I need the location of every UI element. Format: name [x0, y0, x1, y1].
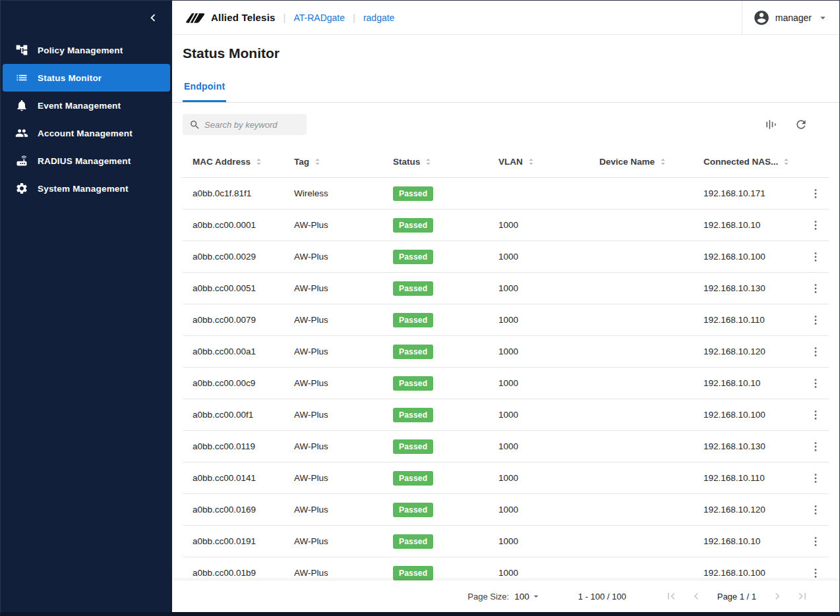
row-actions-button[interactable] — [808, 439, 824, 455]
cell-actions — [808, 534, 829, 549]
cell-mac-address: a0bb.cc00.00a1 — [193, 347, 294, 356]
page-size-select[interactable]: 100 — [514, 591, 541, 602]
cell-mac-address: a0bb.cc00.0079 — [193, 315, 294, 325]
column-header-label: VLAN — [498, 157, 523, 167]
toolbar-icons — [763, 117, 809, 132]
endpoint-table: MAC Address Tag Status VLAN Device Name … — [172, 146, 839, 580]
row-actions-button[interactable] — [808, 249, 824, 265]
status-badge: Passed — [393, 250, 433, 264]
page-title: Status Monitor — [183, 45, 280, 61]
row-actions-button[interactable] — [808, 407, 824, 423]
cell-tag: AW-Plus — [294, 347, 393, 356]
sidebar-item-event-management[interactable]: Event Management — [3, 92, 170, 119]
cell-status: Passed — [393, 313, 498, 327]
cell-connected-nas: 192.168.10.171 — [704, 188, 808, 198]
cell-status: Passed — [393, 566, 498, 580]
table-row: a0bb.cc00.00a1 AW-Plus Passed 1000 192.1… — [183, 336, 829, 368]
column-header-device-name[interactable]: Device Name — [599, 157, 704, 167]
refresh-button[interactable] — [793, 117, 809, 132]
cell-actions — [808, 407, 829, 423]
user-menu[interactable]: manager — [742, 1, 839, 34]
sidebar-collapse-button[interactable] — [143, 8, 163, 28]
table-row: a0bb.cc00.0169 AW-Plus Passed 1000 192.1… — [183, 494, 829, 526]
column-header-label: Tag — [294, 157, 309, 167]
row-actions-button[interactable] — [808, 217, 824, 233]
app-window: Policy Management Status Monitor Event M… — [0, 0, 840, 616]
cell-actions — [808, 281, 829, 296]
chevron-left-icon — [146, 11, 160, 25]
cell-mac-address: a0bb.cc00.0029 — [193, 252, 294, 262]
column-settings-button[interactable] — [763, 117, 779, 132]
sidebar-item-account-management[interactable]: Account Management — [3, 119, 170, 147]
kebab-menu-icon — [809, 408, 822, 422]
cell-status: Passed — [393, 186, 498, 201]
sidebar-item-radius-management[interactable]: RADIUS Management — [3, 147, 170, 175]
search-box — [183, 114, 307, 135]
kebab-menu-icon — [809, 377, 822, 390]
next-page-button[interactable] — [769, 588, 785, 604]
row-actions-button[interactable] — [808, 565, 824, 581]
columns-icon — [764, 118, 777, 131]
chevron-down-icon — [531, 591, 541, 602]
column-header-mac-address[interactable]: MAC Address — [193, 157, 294, 167]
sort-icon — [526, 157, 536, 167]
gear-icon — [15, 182, 28, 195]
sidebar-nav: Policy Management Status Monitor Event M… — [1, 35, 172, 202]
cell-actions — [808, 439, 829, 455]
sidebar-item-status-monitor[interactable]: Status Monitor — [3, 64, 170, 92]
cell-mac-address: a0bb.cc00.01b9 — [193, 568, 294, 578]
cell-tag: Wireless — [294, 188, 393, 198]
cell-actions — [808, 502, 829, 518]
cell-vlan: 1000 — [498, 378, 599, 388]
column-header-status[interactable]: Status — [393, 157, 498, 167]
row-actions-button[interactable] — [808, 502, 824, 518]
breadcrumb-host[interactable]: radgate — [363, 13, 394, 23]
cell-status: Passed — [393, 503, 498, 517]
chevron-left-icon — [690, 590, 703, 603]
cell-connected-nas: 192.168.10.130 — [704, 283, 808, 293]
column-header-connected-nas[interactable]: Connected NAS... — [704, 157, 808, 167]
cell-mac-address: a0bb.cc00.00f1 — [193, 410, 294, 420]
page-size-value: 100 — [514, 592, 529, 602]
cell-mac-address: a0bb.cc00.0141 — [193, 473, 294, 483]
allied-telesis-logo-icon — [183, 11, 206, 24]
page-size-group: Page Size: 100 — [467, 591, 541, 602]
column-header-tag[interactable]: Tag — [294, 157, 393, 167]
cell-connected-nas: 192.168.10.120 — [704, 347, 808, 356]
status-badge: Passed — [393, 408, 433, 422]
kebab-menu-icon — [809, 345, 822, 358]
sidebar-item-system-management[interactable]: System Management — [3, 175, 170, 202]
cell-mac-address: a0bb.cc00.0169 — [193, 505, 294, 515]
row-actions-button[interactable] — [808, 186, 824, 202]
row-actions-button[interactable] — [808, 376, 824, 391]
cell-mac-address: a0bb.cc00.0051 — [193, 283, 294, 293]
last-page-button[interactable] — [795, 588, 810, 604]
sort-icon — [313, 157, 322, 167]
cell-tag: AW-Plus — [294, 315, 393, 325]
column-header-label: Device Name — [599, 157, 655, 167]
sidebar-item-label: Event Management — [38, 101, 121, 111]
previous-page-button[interactable] — [688, 588, 704, 604]
refresh-icon — [795, 118, 808, 131]
search-input[interactable] — [204, 120, 300, 130]
cell-connected-nas: 192.168.10.10 — [704, 220, 808, 230]
column-header-vlan[interactable]: VLAN — [498, 157, 599, 167]
chevron-down-icon — [817, 12, 829, 24]
row-actions-button[interactable] — [808, 312, 824, 328]
cell-tag: AW-Plus — [294, 220, 393, 230]
row-actions-button[interactable] — [808, 534, 824, 549]
table-toolbar — [172, 103, 839, 146]
first-page-button[interactable] — [663, 588, 679, 604]
row-actions-button[interactable] — [808, 470, 824, 486]
tab-endpoint[interactable]: Endpoint — [183, 72, 226, 102]
cell-actions — [808, 249, 829, 265]
cell-mac-address: a0bb.cc00.00c9 — [193, 378, 294, 388]
table-header: MAC Address Tag Status VLAN Device Name … — [183, 146, 829, 178]
cell-vlan: 1000 — [498, 252, 599, 262]
breadcrumb-product[interactable]: AT-RADgate — [293, 13, 345, 23]
row-actions-button[interactable] — [808, 344, 824, 360]
row-actions-button[interactable] — [808, 281, 824, 296]
table-row: a0bb.cc00.00c9 AW-Plus Passed 1000 192.1… — [183, 368, 829, 399]
sidebar-item-policy-management[interactable]: Policy Management — [3, 36, 170, 64]
main-area: Allied Telesis | AT-RADgate | radgate ma… — [172, 1, 839, 612]
